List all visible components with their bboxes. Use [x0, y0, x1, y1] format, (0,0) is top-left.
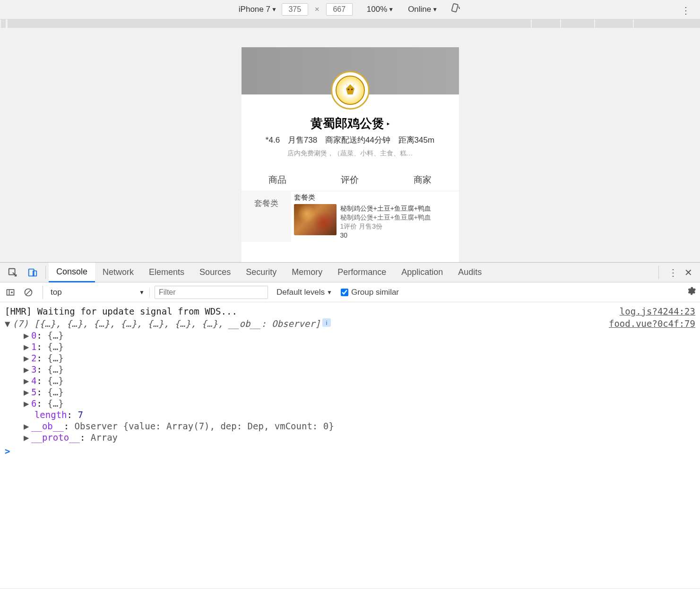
rotate-icon[interactable] — [450, 3, 461, 17]
clear-console-icon[interactable] — [22, 288, 35, 297]
tab-security[interactable]: Security — [238, 263, 284, 282]
disclosure-triangle-icon[interactable]: ▼ — [5, 318, 12, 329]
tree-row[interactable]: ▶__ob__: Observer {value: Array(7), dep:… — [24, 420, 695, 432]
console-prompt[interactable]: > — [5, 443, 695, 456]
device-selector[interactable]: iPhone 7 ▼ — [239, 5, 277, 14]
food-price: 30 — [340, 231, 432, 240]
food-subtitle: 秘制鸡公煲+土豆+鱼豆腐+鸭血 — [340, 213, 432, 222]
food-sales: 1评价 月售3份 — [340, 222, 432, 231]
chevron-down-icon: ▼ — [432, 6, 438, 13]
viewport-area: 黄蜀郎鸡公煲 ▸ *4.6 月售738 商家配送约44分钟 距离345m 店内免… — [0, 28, 700, 262]
tree-row[interactable]: ▶3: {…} — [24, 364, 695, 375]
log-source-link[interactable]: food.vue?0c4f:79 — [599, 318, 695, 329]
tab-performance[interactable]: Performance — [330, 263, 394, 282]
shop-logo — [331, 71, 370, 110]
chevron-down-icon: ▼ — [388, 6, 394, 13]
gear-icon[interactable] — [686, 286, 696, 299]
devtools-panel: Console Network Elements Sources Securit… — [0, 262, 700, 588]
toggle-sidebar-icon[interactable] — [4, 288, 17, 297]
device-toolbar: iPhone 7 ▼ × 100% ▼ Online ▼ ⋮ — [0, 0, 700, 19]
tab-memory[interactable]: Memory — [284, 263, 330, 282]
shop-tabs: 商品 评价 商家 — [242, 169, 459, 191]
group-similar-checkbox[interactable]: Group similar — [341, 288, 399, 297]
disclosure-triangle-icon[interactable]: ▶ — [24, 353, 31, 363]
chevron-down-icon: ▼ — [139, 289, 145, 296]
content-row: 套餐类 套餐类 秘制鸡公煲+土豆+鱼豆腐+鸭血 秘制鸡公煲+土豆+鱼豆腐+鸭血 … — [242, 191, 459, 242]
device-name: iPhone 7 — [239, 5, 270, 14]
shop-delivery: 商家配送约44分钟 — [325, 136, 390, 145]
console-body: [HMR] Waiting for update signal from WDS… — [0, 302, 700, 588]
shop-title[interactable]: 黄蜀郎鸡公煲 ▸ — [311, 115, 389, 132]
kebab-menu-icon[interactable]: ⋮ — [668, 267, 678, 278]
disclosure-triangle-icon[interactable]: ▶ — [24, 330, 31, 341]
shop-rating: *4.6 — [266, 136, 280, 145]
shop-description: 店内免费涮煲，（蔬菜、小料、主食、糕… — [242, 149, 459, 158]
category-sidebar: 套餐类 — [242, 191, 291, 242]
height-input[interactable] — [326, 3, 353, 16]
tab-merchant[interactable]: 商家 — [386, 169, 458, 191]
throttle-selector[interactable]: Online ▼ — [408, 5, 438, 14]
zoom-selector[interactable]: 100% ▼ — [367, 5, 394, 14]
tab-sources[interactable]: Sources — [192, 263, 238, 282]
tab-console[interactable]: Console — [49, 263, 95, 282]
shop-monthly-sales: 月售738 — [288, 136, 317, 145]
width-input[interactable] — [282, 3, 308, 16]
disclosure-triangle-icon[interactable]: ▶ — [24, 421, 31, 431]
sidebar-item-combo[interactable]: 套餐类 — [242, 191, 291, 215]
chevron-down-icon: ▼ — [271, 6, 277, 13]
tree-row[interactable]: ▶4: {…} — [24, 375, 695, 386]
object-tree: ▶0: {…} ▶1: {…} ▶2: {…} ▶3: {…} ▶4: {…} … — [5, 330, 695, 443]
disclosure-triangle-icon[interactable]: ▶ — [24, 364, 31, 375]
dimension-separator: × — [315, 5, 320, 14]
shop-distance: 距离345m — [398, 136, 435, 145]
tree-row: length: 7 — [24, 409, 695, 420]
food-image — [294, 204, 337, 235]
tab-reviews[interactable]: 评价 — [314, 169, 386, 191]
disclosure-triangle-icon[interactable]: ▶ — [24, 387, 31, 397]
food-list: 套餐类 秘制鸡公煲+土豆+鱼豆腐+鸭血 秘制鸡公煲+土豆+鱼豆腐+鸭血 1评价 … — [291, 191, 459, 242]
info-badge-icon[interactable]: i — [322, 318, 331, 327]
group-similar-input[interactable] — [341, 289, 348, 296]
svg-point-2 — [351, 88, 353, 90]
disclosure-triangle-icon[interactable]: ▶ — [24, 341, 31, 352]
close-icon[interactable]: ✕ — [684, 267, 692, 278]
log-levels-selector[interactable]: Default levels ▼ — [277, 288, 332, 297]
console-toolbar: top ▼ Default levels ▼ Group similar — [0, 282, 700, 302]
tree-row[interactable]: ▶__proto__: Array — [24, 432, 695, 443]
kebab-menu-icon[interactable]: ⋮ — [681, 5, 691, 16]
shop-meta: *4.6 月售738 商家配送约44分钟 距离345m — [242, 135, 459, 145]
filter-input[interactable] — [155, 286, 268, 299]
disclosure-triangle-icon[interactable]: ▶ — [24, 376, 31, 386]
disclosure-triangle-icon[interactable]: ▶ — [24, 398, 31, 409]
zoom-value: 100% — [367, 5, 387, 14]
log-line: ▼ (7) [{…}, {…}, {…}, {…}, {…}, {…}, {…}… — [5, 317, 695, 330]
tab-audits[interactable]: Audits — [450, 263, 489, 282]
chevron-right-icon: ▸ — [387, 121, 389, 126]
tree-row[interactable]: ▶2: {…} — [24, 352, 695, 364]
disclosure-triangle-icon[interactable]: ▶ — [24, 432, 31, 443]
tab-goods[interactable]: 商品 — [242, 169, 314, 191]
svg-point-1 — [347, 88, 349, 90]
ruler — [0, 19, 700, 28]
context-selector[interactable]: top ▼ — [51, 288, 150, 297]
tree-row[interactable]: ▶0: {…} — [24, 330, 695, 341]
tree-row[interactable]: ▶5: {…} — [24, 386, 695, 398]
device-mode-icon[interactable] — [23, 267, 43, 278]
tab-application[interactable]: Application — [394, 263, 450, 282]
throttle-value: Online — [408, 5, 431, 14]
context-value: top — [51, 288, 62, 297]
food-item[interactable]: 秘制鸡公煲+土豆+鱼豆腐+鸭血 秘制鸡公煲+土豆+鱼豆腐+鸭血 1评价 月售3份… — [294, 204, 456, 240]
array-preview[interactable]: (7) [{…}, {…}, {…}, {…}, {…}, {…}, {…}, … — [12, 318, 320, 329]
inspect-icon[interactable] — [3, 267, 23, 278]
shop-name: 黄蜀郎鸡公煲 — [311, 115, 384, 132]
tab-elements[interactable]: Elements — [141, 263, 192, 282]
tab-network[interactable]: Network — [95, 263, 141, 282]
log-line: [HMR] Waiting for update signal from WDS… — [5, 305, 695, 317]
group-similar-label: Group similar — [351, 288, 399, 297]
log-source-link[interactable]: log.js?4244:23 — [610, 306, 695, 316]
food-name: 秘制鸡公煲+土豆+鱼豆腐+鸭血 — [340, 204, 432, 213]
levels-label: Default levels — [277, 288, 325, 297]
tree-row[interactable]: ▶6: {…} — [24, 398, 695, 409]
tree-row[interactable]: ▶1: {…} — [24, 341, 695, 352]
phone-viewport: 黄蜀郎鸡公煲 ▸ *4.6 月售738 商家配送约44分钟 距离345m 店内免… — [242, 47, 459, 262]
